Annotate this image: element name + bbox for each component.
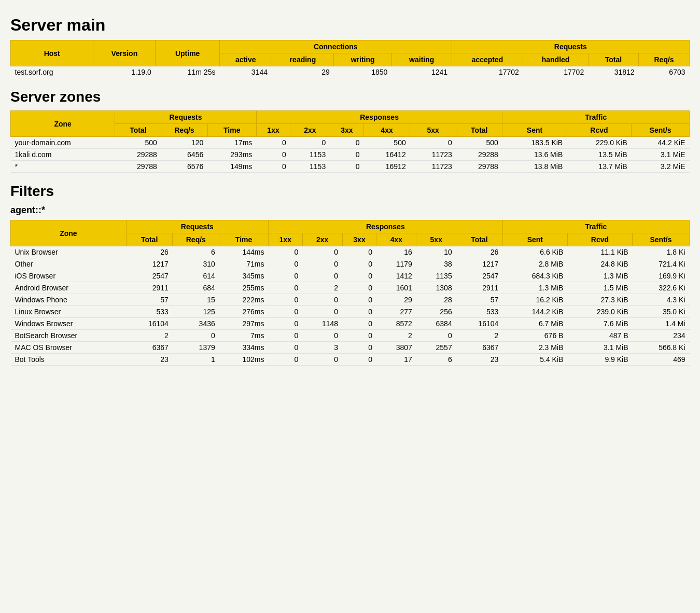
table-cell: 1kali d.com: [11, 149, 115, 161]
table-cell: 1217: [456, 258, 503, 270]
table-cell: 0: [268, 282, 302, 294]
table-cell: 24.8 KiB: [567, 258, 632, 270]
table-cell: 9.9 KiB: [567, 354, 632, 366]
table-cell: 2: [376, 330, 416, 342]
table-cell: 0: [256, 137, 290, 149]
table-cell: 0: [290, 137, 330, 149]
table-cell: 6384: [416, 318, 456, 330]
table-cell: 13.7 MiB: [567, 161, 631, 173]
table-cell: 13.8 MiB: [502, 161, 567, 173]
col-version: Version: [93, 40, 156, 66]
filters-col-sent-s: Sent/s: [633, 233, 690, 246]
table-cell: 3.1 MiB: [567, 342, 632, 354]
table-cell: 2: [456, 330, 503, 342]
table-cell: your-domain.com: [11, 137, 115, 149]
table-cell: 11723: [410, 161, 456, 173]
table-cell: 16104: [456, 318, 503, 330]
table-cell: 0: [330, 161, 363, 173]
table-cell: 27.3 KiB: [567, 294, 632, 306]
table-cell: 1.8 Ki: [633, 246, 690, 258]
zones-col-sent-s: Sent/s: [632, 124, 690, 137]
table-cell: 0: [342, 246, 376, 258]
table-cell: 566.8 Ki: [633, 342, 690, 354]
filters-col-req-s: Req/s: [173, 233, 219, 246]
table-cell: 29788: [456, 161, 502, 173]
table-cell: 500: [364, 137, 410, 149]
table-cell: 1179: [376, 258, 416, 270]
filters-col-time: Time: [219, 233, 269, 246]
col-accepted: accepted: [452, 53, 523, 66]
zones-col-4xx: 4xx: [364, 124, 410, 137]
zones-col-rcvd: Rcvd: [567, 124, 631, 137]
zones-col-resp-total: Total: [456, 124, 502, 137]
table-cell: 0: [342, 354, 376, 366]
zones-col-responses: Responses: [256, 111, 502, 124]
table-cell: 26: [456, 246, 503, 258]
table-cell: 1241: [391, 66, 452, 78]
table-cell: 26: [126, 246, 173, 258]
table-cell: Unix Browser: [11, 246, 127, 258]
table-cell: 16412: [364, 149, 410, 161]
table-cell: 28: [416, 294, 456, 306]
table-cell: 0: [268, 330, 302, 342]
table-cell: 0: [256, 149, 290, 161]
table-cell: 16912: [364, 161, 410, 173]
table-cell: 0: [268, 342, 302, 354]
filters-col-5xx: 5xx: [416, 233, 456, 246]
table-cell: 2.8 MiB: [502, 258, 567, 270]
table-cell: 0: [173, 330, 219, 342]
table-cell: 57: [456, 294, 503, 306]
table-cell: 17: [376, 354, 416, 366]
table-row: Other121731071ms00011793812172.8 MiB24.8…: [11, 258, 690, 270]
table-cell: 676 B: [502, 330, 567, 342]
table-cell: 1.4 Mi: [633, 318, 690, 330]
table-cell: Bot Tools: [11, 354, 127, 366]
filters-section: Filters agent::* Zone Requests Responses…: [10, 183, 690, 366]
table-cell: 0: [302, 354, 342, 366]
zones-col-sent: Sent: [502, 124, 567, 137]
table-cell: 1308: [416, 282, 456, 294]
table-cell: 6367: [456, 342, 503, 354]
table-cell: 4.3 Ki: [633, 294, 690, 306]
col-active: active: [219, 53, 272, 66]
table-cell: 1153: [290, 161, 330, 173]
table-cell: 6367: [126, 342, 173, 354]
table-cell: 8572: [376, 318, 416, 330]
table-cell: 144.2 KiB: [502, 306, 567, 318]
filters-col-1xx: 1xx: [268, 233, 302, 246]
zones-col-total: Total: [115, 124, 161, 137]
table-cell: 3144: [219, 66, 272, 78]
table-cell: 533: [456, 306, 503, 318]
table-row: MAC OS Browser63671379334ms0303807255763…: [11, 342, 690, 354]
table-cell: 222ms: [219, 294, 269, 306]
table-cell: 2557: [416, 342, 456, 354]
table-cell: 2547: [126, 270, 173, 282]
table-cell: iOS Browser: [11, 270, 127, 282]
table-cell: 1148: [302, 318, 342, 330]
table-row: Windows Phone5715222ms00029285716.2 KiB2…: [11, 294, 690, 306]
col-writing: writing: [334, 53, 392, 66]
table-cell: 0: [342, 294, 376, 306]
table-cell: 144ms: [219, 246, 269, 258]
server-zones-section: Server zones Zone Requests Responses Tra…: [10, 89, 690, 173]
table-cell: 487 B: [567, 330, 632, 342]
table-cell: 2911: [456, 282, 503, 294]
table-row: BotSearch Browser207ms000202676 B487 B23…: [11, 330, 690, 342]
table-cell: test.sorf.org: [11, 66, 93, 78]
table-row: Linux Browser533125276ms000277256533144.…: [11, 306, 690, 318]
col-handled: handled: [523, 53, 588, 66]
zones-col-time: Time: [207, 124, 256, 137]
filter-label: agent::*: [10, 205, 690, 216]
table-cell: 169.9 Ki: [633, 270, 690, 282]
table-cell: 0: [342, 306, 376, 318]
table-cell: 500: [456, 137, 502, 149]
table-cell: 0: [342, 318, 376, 330]
table-row: Bot Tools231102ms000176235.4 KiB9.9 KiB4…: [11, 354, 690, 366]
table-cell: 684: [173, 282, 219, 294]
table-cell: 334ms: [219, 342, 269, 354]
table-cell: 1.5 MiB: [567, 282, 632, 294]
table-cell: Windows Phone: [11, 294, 127, 306]
col-req-s: Req/s: [639, 53, 690, 66]
table-cell: 102ms: [219, 354, 269, 366]
table-cell: 0: [342, 330, 376, 342]
